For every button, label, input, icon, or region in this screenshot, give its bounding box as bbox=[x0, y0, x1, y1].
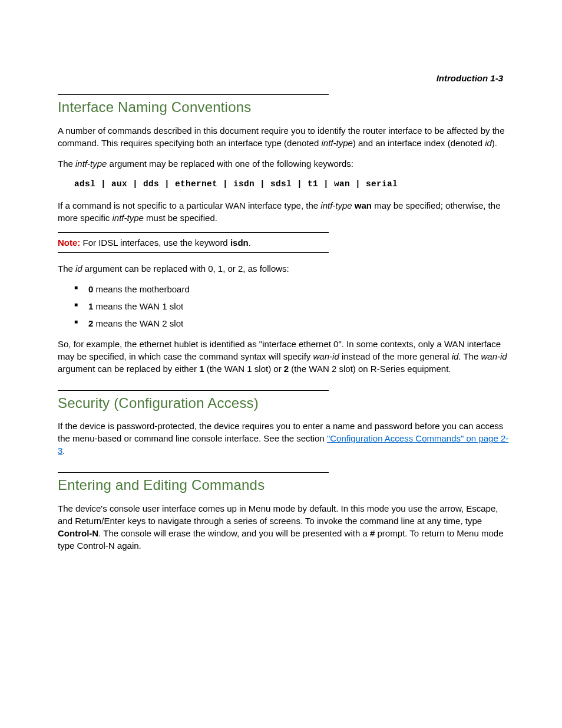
text: . The console will erase the window, and… bbox=[98, 528, 370, 538]
paragraph: The id argument can be replaced with 0, … bbox=[58, 262, 515, 275]
text: argument may be replaced with one of the… bbox=[107, 159, 353, 169]
id-values-list: 0 means the motherboard 1 means the WAN … bbox=[74, 283, 515, 330]
paragraph: The device's console user interface come… bbox=[58, 502, 515, 552]
note-label: Note: bbox=[58, 238, 80, 248]
text: (the WAN 2 slot) on R-Series equipment. bbox=[289, 364, 451, 374]
text: instead of the more general bbox=[339, 351, 452, 361]
section-divider bbox=[58, 390, 329, 391]
text: means the motherboard bbox=[93, 284, 189, 294]
text: means the WAN 2 slot bbox=[93, 318, 183, 328]
text: . bbox=[62, 446, 65, 456]
paragraph: So, for example, the ethernet hublet is … bbox=[58, 338, 515, 375]
text: If a command is not specific to a partic… bbox=[58, 200, 320, 210]
text: ) and an interface index (denoted bbox=[353, 138, 485, 148]
keyword-list: adsl | aux | dds | ethernet | isdn | sds… bbox=[74, 178, 515, 190]
text: The bbox=[58, 159, 75, 169]
term-intf-type: intf-type bbox=[113, 213, 144, 223]
text: means the WAN 1 slot bbox=[93, 301, 183, 311]
section-heading-security: Security (Configuration Access) bbox=[58, 393, 515, 413]
list-item: 2 means the WAN 2 slot bbox=[74, 317, 515, 330]
keyword-wan: wan bbox=[355, 200, 372, 210]
paragraph: A number of commands described in this d… bbox=[58, 124, 515, 149]
section-divider bbox=[58, 472, 329, 473]
value-1: 1 bbox=[199, 364, 204, 374]
note-text: . bbox=[249, 238, 251, 248]
section-heading-interface-naming: Interface Naming Conventions bbox=[58, 97, 515, 117]
term-id: id bbox=[452, 351, 459, 361]
text: The bbox=[58, 263, 75, 274]
text: . The bbox=[458, 351, 481, 361]
text: ). bbox=[492, 138, 497, 148]
term-wan-id: wan-id bbox=[313, 351, 339, 361]
running-header: Introduction 1-3 bbox=[437, 72, 503, 84]
list-item: 0 means the motherboard bbox=[74, 283, 515, 295]
value-2: 2 bbox=[284, 364, 289, 374]
term-id: id bbox=[75, 263, 82, 274]
paragraph: The intf-type argument may be replaced w… bbox=[58, 157, 515, 170]
note-text: For IDSL interfaces, use the keyword bbox=[80, 238, 230, 248]
text: (the WAN 1 slot) or bbox=[204, 364, 284, 374]
term-intf-type: intf-type bbox=[320, 200, 352, 210]
page-content: Interface Naming Conventions A number of… bbox=[58, 94, 515, 552]
paragraph: If the device is password-protected, the… bbox=[58, 420, 515, 457]
term-wan-id: wan-id bbox=[481, 351, 507, 361]
text: argument can be replaced by either bbox=[58, 364, 199, 374]
section-heading-entering-editing: Entering and Editing Commands bbox=[58, 475, 515, 495]
key-control-n: Control-N bbox=[58, 528, 98, 538]
section-divider bbox=[58, 94, 329, 95]
document-page: Introduction 1-3 Interface Naming Conven… bbox=[0, 0, 562, 728]
keyword-isdn: isdn bbox=[230, 238, 249, 248]
text: argument can be replaced with 0, 1, or 2… bbox=[82, 263, 289, 274]
term-id: id bbox=[485, 138, 492, 148]
note-callout: Note: For IDSL interfaces, use the keywo… bbox=[58, 232, 329, 253]
list-item: 1 means the WAN 1 slot bbox=[74, 300, 515, 312]
term-intf-type: intf-type bbox=[321, 138, 352, 148]
text: The device's console user interface come… bbox=[58, 503, 498, 526]
term-intf-type: intf-type bbox=[75, 159, 107, 169]
paragraph: If a command is not specific to a partic… bbox=[58, 199, 515, 224]
text: must be specified. bbox=[144, 213, 217, 223]
